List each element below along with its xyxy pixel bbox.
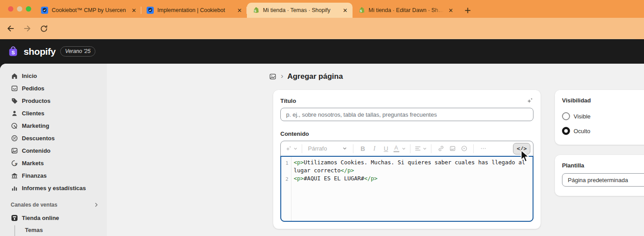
image-icon (449, 145, 456, 152)
sidebar-item-clientes[interactable]: Clientes (0, 107, 107, 119)
sidebar-item-descuentos[interactable]: Descuentos (0, 132, 107, 144)
window-minimize-button[interactable] (17, 6, 22, 12)
forward-arrow-icon (23, 24, 32, 33)
rich-text-editor: Párrafo B I U A (280, 141, 533, 222)
app-frame: Inicio Pedidos Productos Clientes Market… (0, 64, 644, 236)
text-color-button[interactable]: A (392, 143, 406, 155)
forward-button[interactable] (21, 22, 33, 35)
visibility-card: Visibilidad Visible Oculto (555, 90, 644, 145)
sidebar-item-finanzas[interactable]: Finanzas (0, 169, 107, 182)
reload-icon (40, 24, 48, 33)
more-options-button[interactable] (478, 143, 488, 155)
ai-assist-button[interactable] (285, 143, 298, 155)
tab-close-icon[interactable]: ✕ (341, 7, 349, 14)
sidebar-item-inicio[interactable]: Inicio (0, 69, 107, 82)
code-content: <p>Utilizamos Cookies. Muchas. Si quiere… (291, 159, 530, 175)
line-number: 2 (281, 175, 291, 183)
template-title: Plantilla (562, 162, 644, 169)
template-card: Plantilla Página predeterminada (555, 155, 644, 196)
tag-icon (11, 97, 18, 105)
tab-close-icon[interactable]: ✕ (130, 7, 138, 14)
template-selected-value: Página predeterminada (568, 177, 628, 183)
customers-icon (11, 110, 18, 117)
sidebar-item-tienda-online[interactable]: Tienda online (0, 212, 107, 224)
sidebar-nav: Inicio Pedidos Productos Clientes Market… (0, 64, 107, 236)
template-select[interactable]: Página predeterminada (562, 173, 644, 187)
tab-mi-tienda-temas[interactable]: S Mi tienda · Temas · Shopify ✕ (247, 3, 353, 18)
tab-implementation-cookiebot[interactable]: Implementation | Cookiebot ✕ (141, 3, 247, 18)
code-line[interactable]: 2<p>#AQUI ES EL LUGAR#</p> (281, 175, 533, 183)
breadcrumb: › Agregar página (269, 72, 343, 81)
tab-close-icon[interactable]: ✕ (236, 7, 243, 14)
tab-close-icon[interactable]: ✕ (447, 7, 455, 14)
window-close-button[interactable] (8, 6, 13, 12)
discount-icon (11, 134, 18, 142)
bank-icon (11, 172, 18, 179)
breadcrumb-chevron-icon: › (281, 72, 283, 80)
sales-channels-header[interactable]: Canales de ventas (0, 200, 107, 209)
new-tab-button[interactable] (462, 4, 473, 16)
sidebar-item-marketing[interactable]: Marketing (0, 119, 107, 132)
sidebar-item-markets[interactable]: $ Markets (0, 157, 107, 169)
ai-sparkle-icon[interactable] (526, 97, 533, 104)
video-play-icon (461, 145, 468, 152)
window-controls (8, 6, 31, 12)
paragraph-style-dropdown[interactable]: Párrafo (306, 143, 349, 155)
tab-cookiebot-cmp[interactable]: Cookiebot™ CMP by Usercen ✕ (36, 3, 141, 18)
marketing-target-icon (11, 122, 18, 130)
markets-globe-icon: $ (11, 159, 18, 167)
tab-title: Mi tienda · Temas · Shopify (263, 7, 339, 13)
editor-toolbar: Párrafo B I U A (281, 141, 533, 156)
italic-button[interactable]: I (369, 143, 380, 155)
code-lines: 1<p>Utilizamos Cookies. Muchas. Si quier… (281, 159, 533, 183)
chevron-down-icon (293, 146, 298, 151)
chevron-down-icon (422, 146, 427, 151)
ai-sparkle-icon (285, 145, 292, 152)
radio-oculto[interactable] (562, 127, 570, 135)
code-editor-area[interactable]: 1<p>Utilizamos Cookies. Muchas. Si quier… (280, 156, 533, 222)
tree-connector-line (14, 225, 15, 236)
underline-button[interactable]: U (381, 143, 391, 155)
browser-tab-bar: Cookiebot™ CMP by Usercen ✕ Implementati… (0, 0, 644, 18)
code-view-toggle-button[interactable]: </> (513, 143, 530, 155)
page-title: Agregar página (287, 72, 343, 81)
sidebar-item-productos[interactable]: Productos (0, 94, 107, 107)
online-store-icon (11, 214, 18, 222)
visibility-option-visible[interactable]: Visible (562, 112, 644, 120)
bold-button[interactable]: B (357, 143, 368, 155)
sidebar-item-informes[interactable]: Informes y estadísticas (0, 182, 107, 194)
tab-mi-tienda-editar-dawn[interactable]: S Mi tienda · Editar Dawn · Shop ✕ (353, 3, 458, 18)
code-line[interactable]: 1<p>Utilizamos Cookies. Muchas. Si quier… (281, 159, 533, 175)
main-content: › Agregar página Título Contenido (107, 64, 644, 236)
browser-toolbar: admin.shopify.com/store/gmfq67-ab/pages/… (0, 18, 644, 39)
visibility-title: Visibilidad (562, 97, 644, 104)
title-input[interactable] (280, 108, 533, 121)
reload-button[interactable] (37, 22, 50, 35)
shopify-brand: S shopify Verano '25 (7, 39, 95, 64)
line-number: 1 (281, 159, 291, 175)
shopify-wordmark: shopify (24, 46, 56, 57)
align-left-icon (414, 145, 421, 152)
sidebar-item-pedidos[interactable]: Pedidos (0, 82, 107, 94)
orders-icon (11, 85, 18, 92)
sidebar-item-temas[interactable]: Temas (0, 224, 107, 236)
chevron-down-icon (342, 146, 347, 151)
svg-text:S: S (254, 9, 257, 12)
sidebar-item-contenido[interactable]: Contenido (0, 144, 107, 157)
content-field-label: Contenido (280, 130, 309, 137)
window-zoom-button[interactable] (26, 6, 31, 12)
insert-link-button[interactable] (435, 143, 446, 155)
chevron-right-icon (94, 202, 99, 208)
back-button[interactable] (4, 22, 17, 35)
shopify-favicon-icon: S (252, 7, 259, 14)
insert-image-button[interactable] (447, 143, 458, 155)
alignment-button[interactable] (414, 143, 427, 155)
radio-visible[interactable] (562, 112, 570, 120)
svg-text:S: S (12, 50, 15, 55)
content-icon (11, 147, 18, 155)
admin-top-bar: S shopify Verano '25 Cambios no guardado… (0, 39, 644, 64)
pages-breadcrumb-icon[interactable] (269, 73, 277, 81)
visibility-option-oculto[interactable]: Oculto (562, 127, 644, 135)
insert-video-button[interactable] (459, 143, 469, 155)
tab-title: Implementation | Cookiebot (157, 7, 233, 13)
